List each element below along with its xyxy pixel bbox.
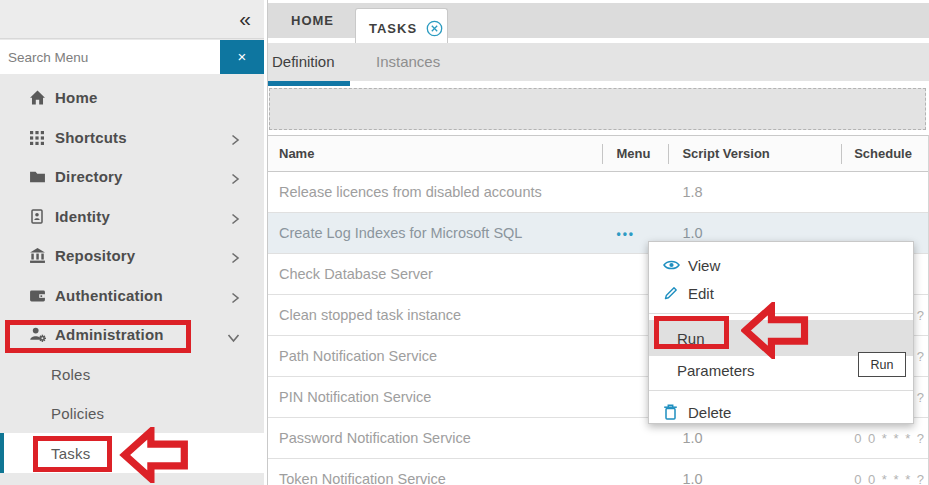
sidebar-item-identity[interactable]: Identity [0, 197, 264, 236]
eye-icon [663, 258, 680, 272]
chevron-right-icon [230, 211, 240, 229]
task-name: Check Database Server [268, 266, 601, 282]
table-header: Name Menu Script Version Schedule [268, 136, 928, 172]
sidebar-item-shortcuts[interactable]: Shortcuts [0, 118, 264, 157]
sidebar-item-label: Administration [55, 326, 164, 343]
tab-bar: HOME TASKS [268, 3, 929, 38]
sidebar-item-repository[interactable]: Repository [0, 236, 264, 275]
script-version: 1.8 [667, 184, 840, 200]
row-actions-button[interactable]: ••• [616, 227, 635, 241]
menu-item-delete[interactable]: Delete [649, 397, 913, 427]
tab-instances[interactable]: Instances [376, 43, 440, 81]
menu-item-label: Parameters [677, 362, 755, 379]
column-header-script-version: Script Version [667, 146, 840, 161]
task-name: Release licences from disabled accounts [268, 184, 601, 200]
sidebar-item-label: Repository [55, 247, 135, 264]
sidebar-search: × [0, 40, 264, 74]
sidebar-header: « [0, 0, 264, 39]
search-input[interactable] [0, 40, 220, 74]
folder-icon [28, 168, 46, 186]
shortcuts-icon [28, 129, 46, 147]
sidebar-item-authentication[interactable]: Authentication [0, 276, 264, 315]
menu-item-view[interactable]: View [649, 251, 913, 279]
task-name: Password Notification Service [268, 430, 601, 446]
row-context-menu: View Edit Run Parameters Delete [648, 241, 914, 424]
schedule: 0 0 * * * ? [840, 472, 928, 485]
tab-definition[interactable]: Definition [272, 43, 335, 81]
user-gear-icon [28, 326, 46, 344]
active-subtab-indicator [268, 81, 350, 86]
chevron-right-icon [230, 171, 240, 189]
sidebar-item-label: Policies [51, 405, 104, 422]
collapse-sidebar-button[interactable]: « [239, 6, 251, 32]
column-divider [668, 144, 669, 164]
chevron-down-icon [227, 329, 240, 347]
chevron-right-icon [230, 290, 240, 308]
sidebar-item-label: Home [55, 89, 97, 106]
search-clear-button[interactable]: × [220, 40, 264, 74]
tab-label: TASKS [369, 21, 417, 36]
sidebar-item-roles[interactable]: Roles [0, 355, 264, 394]
column-header-menu: Menu [601, 146, 667, 161]
home-icon [28, 89, 46, 107]
trash-icon [663, 404, 680, 420]
close-tab-button[interactable] [426, 20, 443, 37]
column-header-schedule: Schedule [840, 146, 928, 161]
table-row[interactable]: Token Notification Service 1.0 0 0 * * *… [268, 459, 928, 485]
chevron-right-icon [230, 132, 240, 150]
id-badge-icon [28, 208, 46, 226]
task-name: Clean stopped task instance [268, 307, 601, 323]
script-version: 1.0 [667, 225, 840, 241]
wallet-icon [28, 287, 46, 305]
menu-item-label: Delete [688, 404, 731, 421]
table-row[interactable]: Release licences from disabled accounts … [268, 172, 928, 213]
sidebar-item-label: Roles [51, 366, 90, 383]
sidebar-item-label: Authentication [55, 287, 163, 304]
menu-item-label: View [688, 257, 720, 274]
run-tooltip: Run [858, 352, 906, 377]
task-name: Create Log Indexes for Microsoft SQL [268, 225, 601, 241]
tab-home[interactable]: HOME [278, 3, 347, 38]
sidebar-item-label: Directory [55, 168, 123, 185]
column-divider [841, 144, 842, 164]
tab-label: HOME [291, 13, 334, 28]
sidebar-item-label: Identity [55, 208, 110, 225]
sidebar-item-policies[interactable]: Policies [0, 394, 264, 433]
menu-divider [649, 313, 913, 314]
column-divider [602, 144, 603, 164]
script-version: 1.0 [667, 430, 840, 446]
schedule: 0 0 * * * ? [840, 431, 928, 446]
menu-item-edit[interactable]: Edit [649, 279, 913, 307]
bank-icon [28, 247, 46, 265]
menu-item-run[interactable]: Run [649, 320, 913, 356]
subtab-bar: Definition Instances [268, 43, 929, 81]
sidebar-item-label: Shortcuts [55, 129, 127, 146]
column-header-name: Name [268, 146, 601, 161]
toolbar-placeholder [269, 88, 926, 130]
sidebar-item-label: Tasks [51, 445, 90, 462]
menu-item-label: Edit [688, 285, 714, 302]
menu-item-label: Run [677, 330, 705, 347]
tab-tasks[interactable]: TASKS [355, 8, 448, 48]
task-name: PIN Notification Service [268, 389, 601, 405]
task-name: Token Notification Service [268, 471, 601, 485]
pencil-icon [663, 285, 680, 301]
sidebar-item-directory[interactable]: Directory [0, 157, 264, 196]
menu-divider [649, 390, 913, 391]
sidebar-item-tasks[interactable]: Tasks [0, 433, 264, 473]
task-name: Path Notification Service [268, 348, 601, 364]
sidebar-item-home[interactable]: Home [0, 78, 264, 117]
chevron-right-icon [230, 250, 240, 268]
script-version: 1.0 [667, 471, 840, 485]
sidebar-item-administration[interactable]: Administration [0, 315, 264, 354]
sidebar: « × Home Shortcuts Directory [0, 0, 264, 485]
